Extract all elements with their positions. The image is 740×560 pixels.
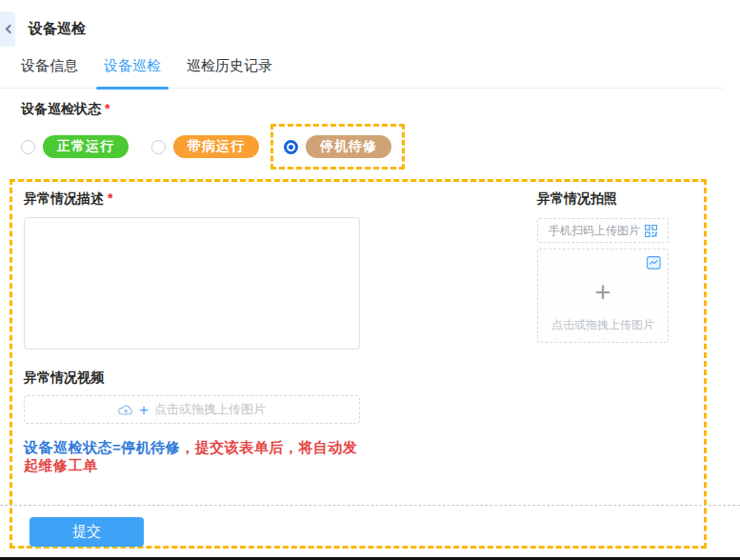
qr-code-icon <box>645 225 657 237</box>
qr-scan-upload-button[interactable]: 手机扫码上传图片 <box>537 218 669 243</box>
highlight-box-abnormal-section: 异常情况描述* 异常情况视频 + 点击或拖拽上传图片 设备巡检状态=停机待修，提… <box>10 179 707 549</box>
tab-device-inspection[interactable]: 设备巡检 <box>104 57 161 88</box>
plus-icon: + <box>139 402 149 418</box>
radio-option-stopped-repair[interactable]: 停机待修 <box>284 135 391 158</box>
description-field-label: 异常情况描述* <box>24 190 363 208</box>
photo-upload-dropzone[interactable]: + 点击或拖拽上传图片 <box>537 249 669 343</box>
tab-inspection-history[interactable]: 巡检历史记录 <box>187 57 272 88</box>
video-field-label: 异常情况视频 <box>24 370 363 387</box>
photo-upload-hint: 点击或拖拽上传图片 <box>538 317 668 333</box>
abnormal-right-column: 异常情况拍照 手机扫码上传图片 <box>537 190 669 475</box>
status-badge-stopped[interactable]: 停机待修 <box>306 135 391 158</box>
status-field-label: 设备巡检状态* <box>21 101 110 118</box>
image-icon[interactable] <box>647 256 661 270</box>
page-title: 设备巡检 <box>29 20 86 38</box>
auto-workorder-notice: 设备巡检状态=停机待修，提交该表单后，将自动发起维修工单 <box>24 439 363 475</box>
notice-condition-text: 设备巡检状态=停机待修 <box>24 439 180 455</box>
description-textarea[interactable] <box>24 217 360 350</box>
submit-button[interactable]: 提交 <box>30 517 144 547</box>
abnormal-left-column: 异常情况描述* 异常情况视频 + 点击或拖拽上传图片 设备巡检状态=停机待修，提… <box>24 190 363 475</box>
radio-checked-icon[interactable] <box>284 140 298 154</box>
radio-unchecked-icon[interactable] <box>151 140 166 154</box>
tab-bar: 设备信息 设备巡检 巡检历史记录 <box>0 57 724 89</box>
video-upload-hint: 点击或拖拽上传图片 <box>154 401 266 418</box>
radio-unchecked-icon[interactable] <box>21 140 35 154</box>
back-button[interactable] <box>0 11 15 47</box>
tab-device-info[interactable]: 设备信息 <box>21 57 78 88</box>
required-mark: * <box>108 190 112 206</box>
status-badge-faulty[interactable]: 带病运行 <box>173 135 259 158</box>
required-mark: * <box>105 101 110 116</box>
cloud-upload-icon <box>118 404 133 416</box>
qr-button-label: 手机扫码上传图片 <box>549 223 640 239</box>
footer-divider <box>0 505 740 506</box>
status-radio-group: 正常运行 带病运行 停机待修 <box>21 124 405 170</box>
highlight-box-selected-option: 停机待修 <box>270 124 405 170</box>
radio-option-faulty-running[interactable]: 带病运行 <box>151 135 259 158</box>
chevron-left-icon <box>5 25 14 34</box>
video-upload-dropzone[interactable]: + 点击或拖拽上传图片 <box>24 395 360 424</box>
status-badge-normal[interactable]: 正常运行 <box>43 135 129 158</box>
photo-field-label: 异常情况拍照 <box>537 190 669 208</box>
plus-icon: + <box>538 279 668 307</box>
radio-option-normal[interactable]: 正常运行 <box>21 135 129 158</box>
